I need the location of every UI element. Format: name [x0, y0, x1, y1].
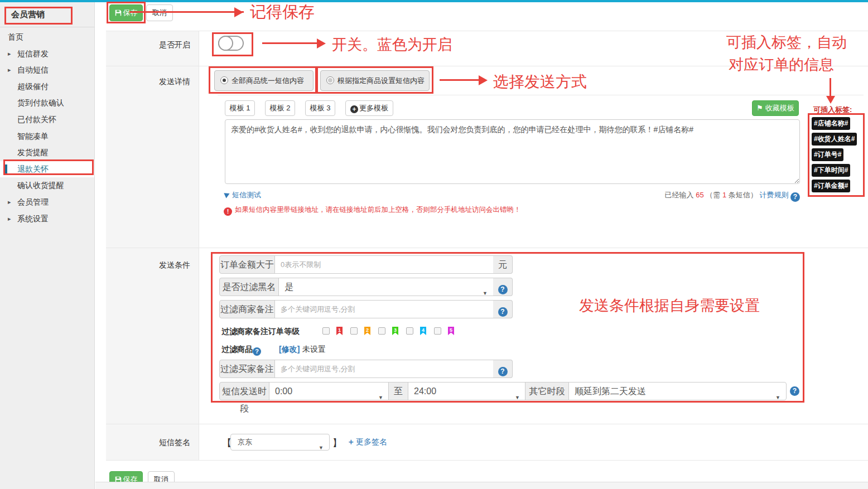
sidebar-item-cod-confirm[interactable]: 货到付款确认 — [0, 95, 94, 112]
sidebar-item-sms-bulk[interactable]: ▸短信群发 — [0, 46, 94, 62]
sidebar-item-system-settings[interactable]: ▸系统设置 — [0, 211, 94, 227]
help-icon[interactable]: ? — [790, 386, 799, 396]
help-icon[interactable]: ? — [498, 367, 508, 376]
period-from-select[interactable]: 0:00▼ — [269, 382, 389, 400]
annotation-toggle-note: 开关。蓝色为开启 — [332, 35, 452, 55]
flag-5-checkbox[interactable] — [434, 327, 441, 335]
annotation-arrow-line — [830, 78, 831, 97]
sidebar: 会员营销 首页 ▸短信群发 ▸自动短信 超级催付 货到付款确认 已付款关怀 智能… — [0, 2, 95, 489]
radio-unselected-icon — [326, 76, 334, 84]
billing-rule-link[interactable]: 计费规则 — [759, 191, 788, 199]
help-icon[interactable]: ? — [790, 192, 800, 202]
tag-order-time[interactable]: #下单时间# — [812, 164, 850, 177]
sms-test-link[interactable]: 短信测试 — [225, 190, 261, 200]
flag-1-checkbox[interactable] — [322, 327, 330, 335]
blacklist-select[interactable]: 是 ▼ — [278, 278, 493, 296]
other-period-label: 其它时段 — [525, 382, 569, 400]
flag-2-icon[interactable]: 2 — [364, 327, 370, 335]
page: 会员营销 首页 ▸短信群发 ▸自动短信 超级催付 货到付款确认 已付款关怀 智能… — [0, 0, 868, 489]
template-2-button[interactable]: 模板 2 — [265, 100, 295, 116]
flag-4-icon[interactable]: 4 — [420, 327, 426, 335]
tag-order-number[interactable]: #订单号# — [812, 148, 843, 161]
send-arrow-icon — [224, 191, 230, 198]
form-label-column — [106, 31, 199, 460]
seller-note-input[interactable] — [274, 300, 493, 318]
panel-divider — [218, 95, 864, 95]
top-accent-bar — [0, 0, 868, 2]
divider — [106, 424, 868, 424]
other-period-select[interactable]: 顺延到第二天发送▼ — [568, 382, 787, 400]
char-count-value: 65 — [696, 191, 703, 199]
amount-input[interactable] — [274, 255, 493, 274]
flag-3-checkbox[interactable] — [378, 327, 385, 335]
insert-tags-label: 可插入标签: — [813, 105, 852, 115]
buyer-note-input[interactable] — [274, 360, 493, 378]
chevron-down-icon: ▼ — [378, 389, 383, 406]
save-button[interactable]: 保存 — [109, 4, 143, 21]
sidebar-item-member-management[interactable]: ▸会员管理 — [0, 194, 94, 211]
more-signatures-link[interactable]: ＋更多签名 — [347, 437, 387, 447]
flag-1-icon[interactable]: 1 — [336, 327, 343, 335]
more-templates-button[interactable]: +更多模板 — [345, 100, 393, 116]
flag-2-checkbox[interactable] — [350, 327, 358, 335]
tag-shop-name[interactable]: #店铺名称# — [812, 117, 850, 130]
product-status: 未设置 — [302, 345, 326, 355]
help-icon[interactable]: ? — [498, 307, 508, 317]
divider — [106, 31, 868, 31]
char-count-line: 已经输入 65 （需 1 条短信） 计费规则 ? — [665, 190, 800, 202]
annotation-save-note: 记得保存 — [250, 1, 315, 23]
sidebar-item-receipt-confirm-reminder[interactable]: 确认收货提醒 — [0, 177, 94, 194]
tag-order-amount[interactable]: #订单金额# — [812, 180, 850, 192]
link-warning: !如果短信内容里带链接地址，请在链接地址前后加上空格，否则部分手机地址访问会出错… — [224, 205, 521, 216]
cancel-button[interactable]: 取消 — [146, 4, 173, 21]
sidebar-item-auto-sms[interactable]: ▸自动短信 — [0, 62, 94, 79]
sms-content-textarea[interactable]: 亲爱的#收货人姓名#，收到您的退款申请，内心很惭愧。我们会对您负责到底的，您的申… — [225, 119, 800, 184]
buyer-note-help: ? — [493, 360, 513, 378]
flag-4-checkbox[interactable] — [406, 327, 413, 335]
warning-icon: ! — [224, 207, 232, 216]
seller-note-help: ? — [493, 300, 513, 318]
annotation-tags-note-line2: 对应订单的信息 — [729, 55, 834, 75]
tag-receiver-name[interactable]: #收货人姓名# — [812, 133, 857, 146]
sidebar-item-paid-care[interactable]: 已付款关怀 — [0, 112, 94, 128]
chevron-down-icon: ▼ — [515, 389, 520, 406]
annotation-arrow-line — [129, 11, 244, 13]
seller-note-label: 过滤商家备注 — [219, 300, 275, 318]
radio-all-products[interactable]: 全部商品统一短信内容 — [214, 70, 314, 91]
period-to-select[interactable]: 24:00▼ — [408, 382, 525, 400]
chevron-right-icon: ▸ — [8, 211, 11, 227]
annotation-radio-note: 选择发送方式 — [493, 71, 587, 93]
flag-icon: ⚑ — [756, 104, 765, 112]
sidebar-item-super-payment-reminder[interactable]: 超级催付 — [0, 79, 94, 95]
blacklist-label: 是否过滤黑名单 — [219, 278, 279, 296]
sms-count-value: 1 — [722, 191, 726, 199]
radio-selected-icon — [220, 76, 228, 84]
sidebar-item-smart-order[interactable]: 智能凑单 — [0, 128, 94, 145]
blacklist-help: ? — [493, 278, 513, 296]
template-1-button[interactable]: 模板 1 — [225, 100, 255, 116]
buyer-note-label: 过滤买家备注 — [219, 360, 275, 378]
chevron-right-icon: ▸ — [8, 46, 11, 62]
flag-3-icon[interactable]: 3 — [392, 327, 398, 335]
product-filter-label: 过滤商品? — [221, 345, 261, 356]
annotation-condition-note: 发送条件根据自身需要设置 — [579, 296, 760, 316]
template-3-button[interactable]: 模板 3 — [305, 100, 335, 116]
sidebar-item-home[interactable]: 首页 — [0, 29, 94, 46]
radio-specified-products[interactable]: 根据指定商品设置短信内容 — [320, 70, 430, 91]
product-modify-link[interactable]: [修改] — [279, 345, 300, 355]
period-to-label: 至 — [388, 382, 408, 400]
sidebar-item-refund-care[interactable]: 退款关怀 — [0, 161, 94, 178]
help-icon[interactable]: ? — [498, 285, 508, 294]
annotation-tags-note-line1: 可插入标签，自动 — [726, 32, 847, 52]
save-icon — [115, 6, 122, 22]
help-icon[interactable]: ? — [253, 347, 261, 356]
favorite-template-button[interactable]: ⚑ 收藏模板 — [752, 100, 799, 116]
sidebar-item-ship-reminder[interactable]: 发货提醒 — [0, 144, 94, 161]
enable-toggle[interactable] — [218, 36, 244, 51]
amount-label: 订单金额大于 — [219, 255, 275, 274]
divider — [106, 460, 868, 461]
signature-select[interactable]: 京东▼ — [230, 434, 330, 451]
sidebar-header: 会员营销 — [0, 2, 94, 27]
sidebar-title: 会员营销 — [11, 9, 45, 20]
flag-5-icon[interactable]: 5 — [448, 327, 454, 335]
